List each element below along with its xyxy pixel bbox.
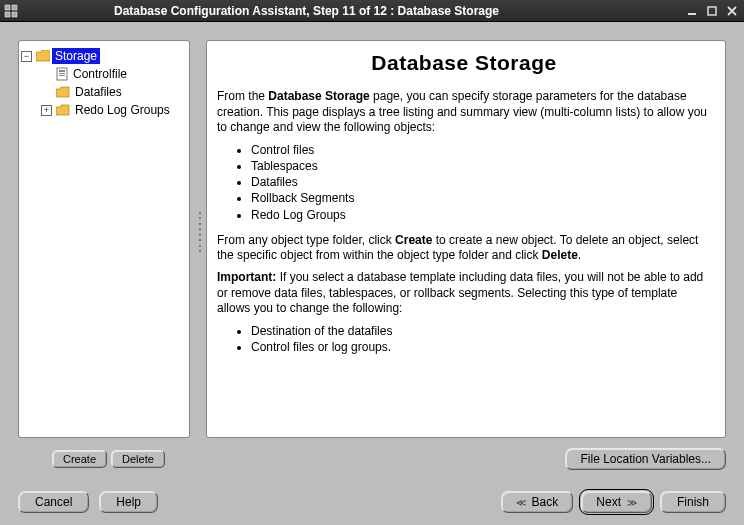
- list-item: Control files: [251, 142, 711, 158]
- cancel-button[interactable]: Cancel: [18, 491, 89, 513]
- minimize-button[interactable]: [684, 4, 700, 18]
- tree-node-datafiles[interactable]: Datafiles: [41, 83, 187, 101]
- splitter-handle[interactable]: [197, 212, 203, 252]
- svg-rect-3: [12, 12, 17, 17]
- list-item: Control files or log groups.: [251, 339, 711, 355]
- list-item: Rollback Segments: [251, 190, 711, 206]
- chevron-left-icon: ≪: [516, 497, 526, 508]
- close-button[interactable]: [724, 4, 740, 18]
- svg-rect-9: [59, 75, 65, 76]
- tree-label-storage: Storage: [52, 48, 100, 64]
- tree-label-redolog: Redo Log Groups: [72, 102, 173, 118]
- folder-icon: [56, 86, 70, 98]
- svg-rect-7: [59, 70, 65, 72]
- important-paragraph: Important: If you select a database temp…: [217, 270, 711, 317]
- list-item: Tablespaces: [251, 158, 711, 174]
- chevron-right-icon: ≫: [627, 497, 637, 508]
- tree-node-storage[interactable]: − Storage: [21, 47, 187, 65]
- expand-icon[interactable]: +: [41, 105, 52, 116]
- file-location-variables-button[interactable]: File Location Variables...: [565, 448, 726, 470]
- tree-node-redolog[interactable]: + Redo Log Groups: [41, 101, 187, 119]
- content-panel: Database Storage From the Database Stora…: [206, 40, 726, 438]
- template-list: Destination of the datafiles Control fil…: [217, 323, 711, 355]
- titlebar: Database Configuration Assistant, Step 1…: [0, 0, 744, 22]
- svg-rect-0: [5, 5, 10, 10]
- file-icon: [56, 67, 68, 81]
- svg-rect-1: [12, 5, 17, 10]
- svg-rect-4: [688, 13, 696, 15]
- maximize-button[interactable]: [704, 4, 720, 18]
- window-body: − Storage C: [0, 22, 744, 525]
- tree-label-controlfile: Controlfile: [70, 66, 130, 82]
- svg-rect-8: [59, 73, 65, 74]
- tree-label-datafiles: Datafiles: [72, 84, 125, 100]
- create-button[interactable]: Create: [52, 450, 107, 468]
- app-icon: [4, 4, 18, 18]
- list-item: Destination of the datafiles: [251, 323, 711, 339]
- delete-button[interactable]: Delete: [111, 450, 165, 468]
- list-item: Datafiles: [251, 174, 711, 190]
- folder-icon: [36, 50, 50, 62]
- collapse-icon[interactable]: −: [21, 51, 32, 62]
- finish-button[interactable]: Finish: [660, 491, 726, 513]
- tree-node-controlfile[interactable]: Controlfile: [41, 65, 187, 83]
- next-button[interactable]: Next ≫: [581, 491, 652, 513]
- svg-rect-5: [708, 7, 716, 15]
- folder-icon: [56, 104, 70, 116]
- create-delete-paragraph: From any object type folder, click Creat…: [217, 233, 711, 264]
- intro-paragraph: From the Database Storage page, you can …: [217, 89, 711, 136]
- page-heading: Database Storage: [217, 51, 711, 75]
- help-button[interactable]: Help: [99, 491, 158, 513]
- back-button[interactable]: ≪ Back: [501, 491, 574, 513]
- list-item: Redo Log Groups: [251, 207, 711, 223]
- svg-rect-2: [5, 12, 10, 17]
- window-title: Database Configuration Assistant, Step 1…: [114, 4, 499, 18]
- objects-list: Control files Tablespaces Datafiles Roll…: [217, 142, 711, 223]
- tree-panel: − Storage C: [18, 40, 190, 438]
